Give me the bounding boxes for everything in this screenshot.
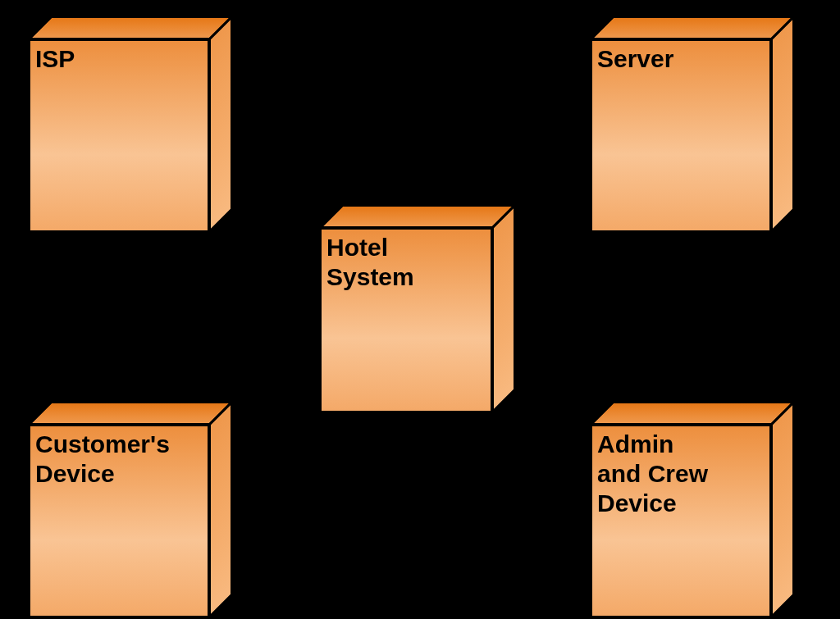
node-customers-device: Customer's Device (29, 402, 232, 617)
cube-side-face (209, 402, 232, 617)
cube-side-face (771, 402, 794, 617)
cube-top-face (591, 402, 794, 425)
node-label-admin-crew-device: Admin and Crew Device (591, 425, 771, 523)
cube-side-face (209, 16, 232, 232)
cube-top-face (591, 16, 794, 39)
node-hotel-system: Hotel System (320, 205, 515, 412)
node-server: Server (591, 16, 794, 232)
cube-top-face (320, 205, 515, 228)
node-label-customers-device: Customer's Device (29, 425, 209, 494)
cube-side-face (771, 16, 794, 232)
node-label-hotel-system: Hotel System (320, 228, 492, 297)
cube-top-face (29, 16, 232, 39)
node-label-isp: ISP (29, 39, 209, 79)
node-label-server: Server (591, 39, 771, 79)
node-isp: ISP (29, 16, 232, 232)
cube-side-face (492, 205, 515, 412)
cube-top-face (29, 402, 232, 425)
node-admin-crew-device: Admin and Crew Device (591, 402, 794, 617)
